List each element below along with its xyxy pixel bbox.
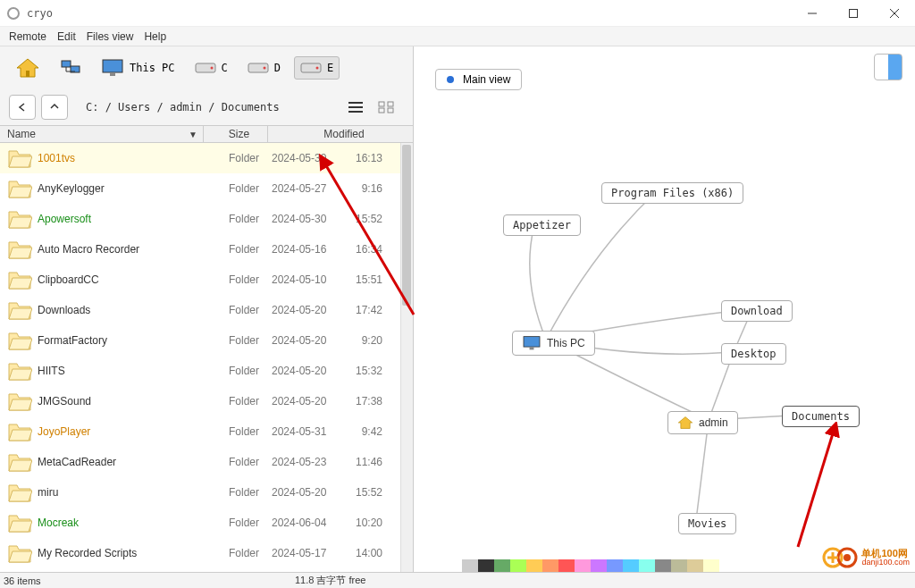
file-name: 1001tvs xyxy=(38,152,202,164)
svg-rect-25 xyxy=(524,337,540,347)
svg-rect-1 xyxy=(850,9,858,17)
file-name: Mocreak xyxy=(38,517,202,529)
file-type: Folder xyxy=(202,304,266,316)
drive-c-button[interactable]: C xyxy=(189,56,234,80)
folder-icon xyxy=(7,481,32,504)
disk-icon xyxy=(300,61,322,75)
col-name[interactable]: Name▼ xyxy=(0,126,204,142)
col-size[interactable]: Size xyxy=(204,126,268,142)
color-swatch[interactable] xyxy=(703,559,719,572)
file-time: 15:52 xyxy=(338,486,382,499)
folder-icon xyxy=(7,420,32,443)
menu-files-view[interactable]: Files view xyxy=(87,30,134,43)
drive-d-button[interactable]: D xyxy=(241,56,287,80)
file-name: AnyKeylogger xyxy=(38,182,202,195)
file-name: Apowersoft xyxy=(38,213,202,225)
color-swatch[interactable] xyxy=(510,559,526,572)
color-swatch[interactable] xyxy=(526,559,542,572)
svg-point-32 xyxy=(844,554,851,561)
nav-bar: C: / Users / admin / Documents xyxy=(0,89,413,125)
color-swatch[interactable] xyxy=(655,559,671,572)
drive-e-button[interactable]: E xyxy=(294,56,340,80)
file-row[interactable]: miru Folder 2024-05-20 15:52 xyxy=(0,477,413,508)
color-swatch[interactable] xyxy=(687,559,703,572)
col-modified[interactable]: Modified xyxy=(268,126,413,142)
file-row[interactable]: FormatFactory Folder 2024-05-20 9:20 xyxy=(0,325,413,356)
folder-icon xyxy=(7,268,32,291)
list-header: Name▼ Size Modified xyxy=(0,125,413,143)
file-row[interactable]: JMGSound Folder 2024-05-20 17:38 xyxy=(0,386,413,416)
color-swatch[interactable] xyxy=(623,559,639,572)
app-icon xyxy=(7,7,20,20)
watermark: 单机100网 danji100.com xyxy=(822,545,910,570)
file-name: Auto Macro Recorder xyxy=(38,243,202,256)
svg-rect-21 xyxy=(379,102,384,106)
drive-toolbar: This PC C D E xyxy=(0,46,413,89)
color-swatch[interactable] xyxy=(462,559,478,572)
menu-remote[interactable]: Remote xyxy=(9,30,46,43)
file-type: Folder xyxy=(202,182,266,195)
folder-icon xyxy=(7,450,32,474)
file-type: Folder xyxy=(202,213,266,225)
drive-c-label: C xyxy=(222,62,228,74)
file-row[interactable]: MetaCadReader Folder 2024-05-23 11:46 xyxy=(0,447,413,477)
node-movies[interactable]: Movies xyxy=(678,513,736,534)
color-swatch[interactable] xyxy=(607,559,623,572)
list-view-button[interactable] xyxy=(343,97,368,118)
minimize-button[interactable] xyxy=(792,0,833,27)
home-icon xyxy=(15,57,40,79)
file-date: 2024-05-23 xyxy=(266,456,338,468)
folder-icon xyxy=(7,511,32,534)
node-download[interactable]: Download xyxy=(721,300,793,322)
color-swatch[interactable] xyxy=(639,559,655,572)
up-button[interactable] xyxy=(41,95,68,120)
home-button[interactable] xyxy=(9,53,46,83)
file-time: 9:20 xyxy=(338,334,382,347)
sort-arrow-icon: ▼ xyxy=(189,130,197,139)
file-date: 2024-05-17 xyxy=(266,547,338,559)
file-row[interactable]: JoyoPlayer Folder 2024-05-31 9:42 xyxy=(0,416,413,447)
monitor-icon xyxy=(101,58,124,78)
grid-view-button[interactable] xyxy=(374,97,399,118)
watermark-line2: danji100.com xyxy=(861,559,910,567)
status-free: 11.8 吉字节 free xyxy=(286,574,365,587)
color-swatch[interactable] xyxy=(446,559,462,572)
right-pane: Main view Appetizer Program Files (x86) … xyxy=(414,46,915,572)
menu-help[interactable]: Help xyxy=(144,30,166,43)
color-swatch[interactable] xyxy=(478,559,494,572)
file-name: Downloads xyxy=(38,304,202,316)
maximize-button[interactable] xyxy=(833,0,874,27)
network-button[interactable] xyxy=(54,55,88,81)
file-row[interactable]: Mocreak Folder 2024-06-04 10:20 xyxy=(0,508,413,538)
folder-icon xyxy=(7,359,32,382)
node-admin[interactable]: admin xyxy=(667,411,738,434)
folder-icon xyxy=(7,207,32,231)
folder-icon xyxy=(7,390,32,413)
file-row[interactable]: My Recorded Scripts Folder 2024-05-17 14… xyxy=(0,538,413,568)
file-type: Folder xyxy=(202,425,266,438)
node-appetizer[interactable]: Appetizer xyxy=(503,214,581,236)
svg-point-17 xyxy=(316,67,319,70)
node-program-files[interactable]: Program Files (x86) xyxy=(601,182,743,204)
file-type: Folder xyxy=(202,243,266,256)
color-swatch[interactable] xyxy=(542,559,558,572)
this-pc-button[interactable]: This PC xyxy=(95,54,181,82)
file-type: Folder xyxy=(202,152,266,164)
back-button[interactable] xyxy=(9,95,36,120)
file-row[interactable]: HIITS Folder 2024-05-20 15:32 xyxy=(0,356,413,386)
color-swatch[interactable] xyxy=(558,559,575,572)
color-swatch[interactable] xyxy=(591,559,607,572)
color-swatch[interactable] xyxy=(494,559,510,572)
folder-icon xyxy=(7,147,32,170)
file-date: 2024-05-20 xyxy=(266,334,338,347)
node-desktop[interactable]: Desktop xyxy=(721,343,786,365)
color-swatch[interactable] xyxy=(575,559,591,572)
color-swatch[interactable] xyxy=(671,559,687,572)
window-title: cryo xyxy=(27,7,53,20)
menu-edit[interactable]: Edit xyxy=(57,30,76,43)
close-button[interactable] xyxy=(874,0,915,27)
breadcrumb[interactable]: C: / Users / admin / Documents xyxy=(73,101,338,113)
node-this-pc[interactable]: This PC xyxy=(512,331,595,356)
file-type: Folder xyxy=(202,334,266,347)
status-items: 36 items xyxy=(0,575,286,586)
